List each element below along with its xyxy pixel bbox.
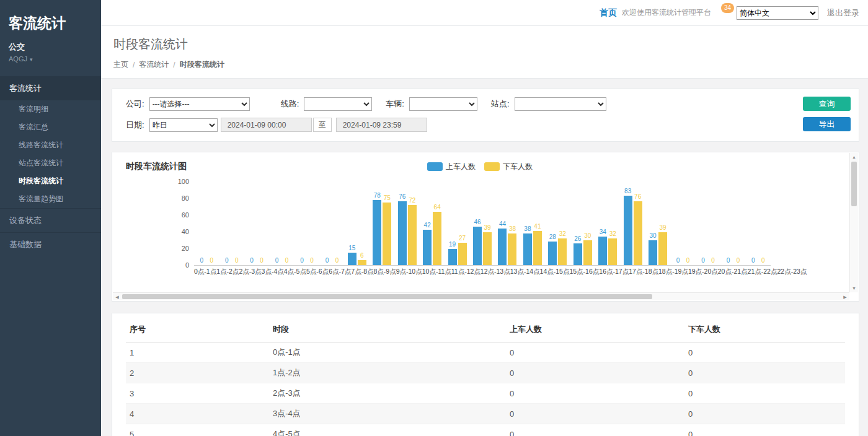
sidebar-item[interactable]: 时段客流统计 [0, 172, 101, 190]
bar-value-label: 0 [711, 257, 715, 264]
table-body: 10点-1点0021点-2点0032点-3点0043点-4点0054点-5点00… [126, 342, 845, 436]
main-area: 首页 欢迎使用客流统计管理平台 34 简体中文 退出登录 时段客流统计 主页 /… [101, 0, 868, 436]
bar-value-label: 0 [200, 257, 203, 264]
legend-label: 上车人数 [446, 162, 476, 172]
scroll-up-icon[interactable]: ▲ [850, 153, 858, 161]
breadcrumb-home[interactable]: 主页 [113, 59, 128, 70]
scroll-left-icon[interactable]: ◀ [113, 293, 122, 300]
bar-value-label: 34 [600, 229, 606, 235]
vertical-scrollbar-thumb[interactable] [851, 162, 857, 206]
boarding-bar-col: 0 [197, 182, 206, 265]
x-axis: 0点-1点1点-2点2点-3点3点-4点4点-5点5点-6点6点-7点7点-8点… [194, 266, 771, 277]
boarding-bar [649, 240, 657, 266]
logout-link[interactable]: 退出登录 [827, 7, 859, 19]
vertical-scrollbar[interactable]: ▲ ▼ [849, 153, 858, 292]
alighting-bar-col: 32 [608, 182, 617, 265]
table-row: 10点-1点00 [126, 342, 845, 363]
bar-group: 00 [244, 182, 269, 265]
bar-value-label: 46 [474, 219, 480, 225]
sidebar-item[interactable]: 客流量趋势图 [0, 190, 101, 208]
x-axis-label: 14点-15点 [540, 266, 570, 277]
bar-value-label: 30 [650, 232, 657, 239]
bar-group: 2630 [570, 182, 595, 265]
bar-group: 00 [319, 182, 344, 265]
bar-value-label: 39 [660, 224, 666, 231]
scroll-right-icon[interactable]: ▶ [841, 293, 849, 300]
bar-value-label: 83 [624, 188, 631, 194]
bar-value-label: 75 [384, 194, 391, 201]
legend-item-boarding[interactable]: 上车人数 [427, 162, 476, 172]
bar-value-label: 32 [559, 230, 566, 237]
bar-value-label: 38 [509, 225, 516, 232]
table-header-row: 序号时段上车人数下车人数 [126, 317, 845, 342]
query-button[interactable]: 查询 [803, 97, 851, 111]
breadcrumb-separator: / [133, 61, 135, 69]
org-selector[interactable]: AQGJ▾ [9, 55, 92, 63]
export-button[interactable]: 导出 [803, 117, 851, 131]
sidebar-section[interactable]: 基础数据 [0, 232, 101, 256]
vehicle-select[interactable] [409, 97, 477, 111]
boarding-bar-col: 46 [473, 182, 482, 265]
breadcrumb-parent[interactable]: 客流统计 [139, 59, 169, 70]
alighting-bar [583, 240, 592, 266]
boarding-bar [423, 230, 432, 265]
line-select[interactable] [304, 97, 372, 111]
boarding-bar-col: 34 [598, 182, 607, 265]
bar-value-label: 27 [459, 235, 466, 242]
breadcrumb: 主页 / 客流统计 / 时段客流统计 [113, 59, 856, 70]
table-cell: 0 [684, 342, 845, 363]
page-title: 时段客流统计 [113, 36, 856, 53]
sidebar-item[interactable]: 客流明细 [0, 100, 101, 118]
boarding-bar [473, 227, 482, 265]
column-header: 时段 [269, 317, 506, 342]
bar-value-label: 32 [609, 230, 616, 237]
end-date-input[interactable] [336, 118, 427, 132]
sidebar-item[interactable]: 站点客流统计 [0, 154, 101, 172]
company-select[interactable]: ---请选择--- [149, 97, 250, 111]
sidebar-section[interactable]: 客流统计 [0, 76, 101, 100]
bar-value-label: 15 [348, 245, 355, 251]
bar-value-label: 64 [434, 204, 441, 211]
language-select[interactable]: 简体中文 [737, 6, 818, 20]
home-link[interactable]: 首页 [600, 7, 617, 19]
horizontal-scrollbar-thumb[interactable] [122, 294, 652, 299]
horizontal-scrollbar[interactable]: ◀ ▶ [113, 292, 849, 300]
sidebar-section[interactable]: 设备状态 [0, 208, 101, 232]
boarding-bar-col: 0 [322, 182, 331, 265]
table-row: 54点-5点00 [126, 424, 845, 436]
boarding-bar-col: 0 [724, 182, 732, 265]
sidebar-item[interactable]: 线路客流统计 [0, 136, 101, 154]
y-tick-label: 60 [182, 212, 189, 219]
range-separator: 至 [313, 118, 332, 132]
date-preset-select[interactable]: 昨日 [149, 118, 218, 132]
company-label: 公司: [126, 98, 144, 110]
x-axis-label: 8点-9点 [374, 266, 396, 277]
x-axis-label: 7点-8点 [351, 266, 373, 277]
table-cell: 0 [684, 383, 845, 404]
legend-item-alighting[interactable]: 下车人数 [484, 162, 533, 172]
x-axis-label: 15点-16点 [569, 266, 599, 277]
x-axis-label: 20点-21点 [718, 266, 748, 277]
alighting-bar [408, 205, 417, 265]
y-tick-label: 0 [185, 262, 189, 269]
boarding-bar [348, 253, 356, 265]
org-block: 公交 AQGJ▾ [0, 38, 101, 71]
sidebar-item[interactable]: 客流汇总 [0, 118, 101, 136]
bar-value-label: 0 [335, 257, 339, 264]
alighting-bar [608, 238, 617, 265]
bar-group: 00 [194, 182, 219, 265]
scroll-down-icon[interactable]: ▼ [850, 284, 858, 292]
alighting-bar [358, 260, 366, 265]
table-cell: 0点-1点 [269, 342, 506, 363]
bar-group: 00 [746, 182, 771, 265]
start-date-input[interactable] [221, 118, 312, 132]
bar-value-label: 0 [275, 257, 279, 264]
bar-value-label: 42 [424, 222, 431, 229]
table-row: 21点-2点00 [126, 363, 845, 383]
alighting-bar [458, 243, 467, 265]
notification-badge[interactable]: 34 [721, 3, 734, 13]
page-heading: 时段客流统计 主页 / 客流统计 / 时段客流统计 [101, 26, 868, 79]
station-select[interactable] [515, 97, 606, 111]
x-axis-label: 12点-13点 [480, 266, 510, 277]
alighting-bar-col: 0 [308, 182, 316, 265]
